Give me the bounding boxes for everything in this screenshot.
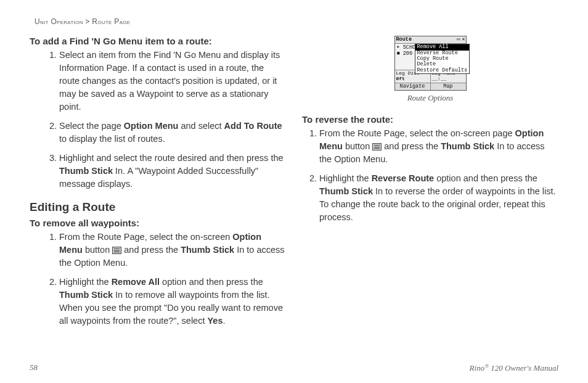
mini-tab-navigate: Navigate (395, 83, 431, 90)
device-screenshot: Route ▭ ✕ ➤ SCHOO ■ 200 Remove All Rever… (394, 36, 467, 91)
mini-title: Route (396, 37, 412, 43)
mini-window-controls: ▭ ✕ (457, 37, 464, 43)
option-menu-icon (372, 143, 382, 150)
option-menu-icon (112, 247, 121, 254)
page-footer: 58 Rino® 120 Owner's Manual (30, 363, 558, 373)
left-column: To add a Find 'N Go Menu item to a route… (30, 32, 286, 334)
mini-tab-map: Map (431, 83, 466, 90)
remove-steps: From the Route Page, select the on-scree… (30, 231, 286, 327)
reverse-title: To reverse the route: (302, 114, 558, 125)
add-title: To add a Find 'N Go Menu item to a route… (30, 36, 286, 46)
add-step-1: Select an item from the Find 'N Go Menu … (59, 49, 286, 113)
mini-menu-restore: Restore Defaults (415, 68, 470, 73)
page-number: 58 (30, 363, 38, 373)
add-step-2: Select the page Option Menu and select A… (59, 120, 286, 146)
screenshot-caption: Route Options (302, 93, 558, 103)
add-steps: Select an item from the Find 'N Go Menu … (30, 49, 286, 191)
reverse-steps: From the Route Page, select the on-scree… (302, 127, 558, 224)
breadcrumb-page: Route Page (92, 17, 130, 26)
add-step-3: Highlight and select the route desired a… (59, 152, 286, 191)
editing-route-title: Editing a Route (30, 200, 286, 214)
breadcrumb: Unit Operation > Route Page (35, 17, 558, 26)
remove-step-1: From the Route Page, select the on-scree… (59, 231, 286, 270)
remove-title: To remove all waypoints: (30, 218, 286, 228)
breadcrumb-section: Unit Operation (35, 17, 83, 26)
manual-title: Rino® 120 Owner's Manual (470, 363, 558, 373)
remove-step-2: Highlight the Remove All option and then… (59, 276, 286, 327)
reverse-step-2: Highlight the Reverse Route option and t… (319, 172, 558, 224)
right-column: Route ▭ ✕ ➤ SCHOO ■ 200 Remove All Rever… (302, 32, 558, 334)
reverse-step-1: From the Route Page, select the on-scree… (319, 127, 558, 166)
mini-context-menu: Remove All Reverse Route Copy Route Dele… (415, 44, 470, 74)
